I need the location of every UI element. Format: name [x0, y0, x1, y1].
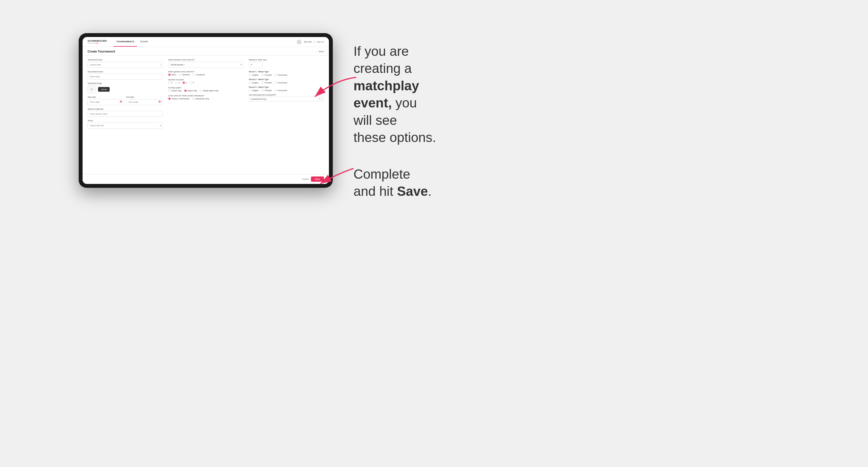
annotation-arrow-top	[293, 74, 359, 108]
radio-r1-circle	[168, 82, 171, 84]
division-select-wrapper: ▾	[168, 62, 243, 68]
r2-singles-label: Singles	[252, 82, 258, 84]
nav-separator: |	[314, 41, 315, 43]
rounds-group: Number of rounds 1 2	[168, 79, 243, 84]
teams-option[interactable]: Teams (+Individuals)	[168, 97, 189, 100]
form-container: Create Tournament ← Back Tournament Host…	[83, 47, 329, 184]
scoring-match-play[interactable]: Match Play	[184, 90, 197, 92]
tournament-host-wrapper: ▾	[88, 62, 163, 68]
radio-medal-circle	[200, 90, 202, 92]
start-date-label: Start date	[88, 96, 124, 98]
gender-combined[interactable]: Combined	[193, 73, 205, 76]
r3-singles[interactable]: Singles	[249, 89, 258, 92]
annotation-top: If you are creating a matchplay event, y…	[353, 43, 497, 146]
gender-radio-group: Mens Womens Combined	[168, 73, 243, 76]
annotation-top-line4: will see	[353, 113, 397, 128]
avatar	[297, 39, 302, 44]
sign-out-link[interactable]: Sign out	[317, 41, 324, 43]
r1-fourball[interactable]: Fourball	[261, 74, 272, 76]
nav-links: TOURNAMENTS TEAMS	[114, 37, 151, 47]
r1-foursomes[interactable]: Foursomes	[274, 74, 287, 76]
tablet-screen: SCOREBOARD Powered by clippt TOURNAMENTS…	[83, 37, 329, 184]
back-link[interactable]: ← Back	[316, 50, 324, 53]
round-4[interactable]: 4	[190, 82, 194, 84]
r1-singles[interactable]: Singles	[249, 74, 258, 76]
venue-group: Venue ▾	[88, 120, 163, 129]
r1-fourball-circle	[261, 74, 264, 76]
sponsor-group: Sponsor (optional)	[88, 108, 163, 117]
gender-combined-label: Combined	[196, 74, 205, 76]
annotation-bottom: Complete and hit Save.	[353, 166, 486, 200]
tournament-name-label: Tournament name	[88, 71, 163, 73]
round-1[interactable]: 1	[168, 82, 173, 84]
r2-foursomes[interactable]: Foursomes	[274, 82, 287, 84]
nav-link-tournaments[interactable]: TOURNAMENTS	[114, 37, 137, 47]
r3-singles-label: Singles	[252, 90, 258, 91]
gender-mens[interactable]: Mens	[168, 73, 176, 76]
max-team-size-input[interactable]	[249, 62, 262, 68]
radio-mens-circle	[168, 73, 171, 76]
nav-link-teams[interactable]: TEAMS	[137, 37, 151, 47]
tournament-host-label: Tournament Host	[88, 59, 163, 61]
r1-foursomes-label: Foursomes	[278, 74, 287, 76]
r3-foursomes[interactable]: Foursomes	[274, 89, 287, 92]
middle-column: Which division is the event for? ▾ Which…	[168, 59, 243, 171]
logo-placeholder	[88, 85, 96, 93]
upload-button[interactable]: Upload	[98, 87, 110, 92]
tablet-frame: SCOREBOARD Powered by clippt TOURNAMENTS…	[79, 33, 333, 188]
gender-label: Which gender is the event for?	[168, 71, 243, 73]
r1-foursomes-circle	[274, 74, 277, 76]
individuals-option[interactable]: Individuals Only	[192, 97, 209, 100]
sponsor-input[interactable]	[88, 111, 163, 117]
annotation-bottom-line1: Complete	[353, 167, 410, 181]
tournament-name-input[interactable]	[88, 73, 163, 80]
logo-upload-area: Upload	[88, 85, 163, 93]
radio-r2-circle	[175, 82, 178, 84]
round-3[interactable]: 3	[183, 82, 187, 84]
r3-fourball[interactable]: Fourball	[261, 89, 272, 92]
rounds-label: Number of rounds	[168, 79, 243, 81]
venue-wrapper: ▾	[88, 122, 163, 129]
annotation-top-line3: you	[396, 96, 417, 110]
scoring-stroke-play[interactable]: Stroke Play	[168, 90, 181, 92]
start-date-group: Start date 📅	[88, 96, 124, 105]
gender-womens[interactable]: Womens	[179, 73, 190, 76]
form-body: Tournament Host ▾ Tournament name Tourna	[83, 56, 329, 174]
rounds-radio-group: 1 2 3	[168, 82, 243, 84]
sponsor-label: Sponsor (optional)	[88, 108, 163, 110]
r1-fourball-label: Fourball	[265, 74, 272, 76]
r2-foursomes-circle	[274, 82, 277, 84]
r2-singles[interactable]: Singles	[249, 82, 258, 84]
max-team-size-group: Maximum Team Size	[249, 59, 324, 68]
division-select[interactable]	[168, 62, 243, 68]
round-3-label: 3	[186, 82, 187, 84]
round-2-label: 2	[179, 82, 180, 84]
radio-match-circle	[184, 90, 187, 92]
tournament-name-group: Tournament name	[88, 71, 163, 80]
r1-singles-label: Singles	[252, 74, 258, 76]
radio-r3-circle	[183, 82, 185, 84]
start-date-input[interactable]	[88, 99, 124, 105]
scoring-medal-match[interactable]: Medal Match Play	[200, 90, 218, 92]
r2-fourball[interactable]: Fourball	[261, 82, 272, 84]
teams-option-label: Teams (+Individuals)	[172, 98, 189, 100]
venue-label: Venue	[88, 120, 163, 122]
scoring-match-label: Match Play	[188, 90, 197, 92]
r3-fourball-circle	[261, 89, 264, 92]
scoring-label: Scoring system	[168, 87, 243, 89]
annotation-bottom-line2: and hit Save.	[353, 184, 432, 198]
calendar-icon-2: 📅	[158, 101, 161, 103]
tournament-logo-label: Tournament logo	[88, 82, 163, 84]
annotation-top-line5: these options.	[353, 130, 436, 145]
user-name: Test User	[304, 41, 312, 43]
end-date-wrapper: 📅	[126, 99, 163, 105]
end-date-input[interactable]	[126, 99, 163, 105]
division-group: Which division is the event for? ▾	[168, 59, 243, 68]
date-group: Start date 📅 End date	[88, 96, 163, 105]
venue-input[interactable]	[88, 123, 163, 129]
start-date-wrapper: 📅	[88, 99, 124, 105]
r1-singles-circle	[249, 74, 251, 76]
main-content: Create Tournament ← Back Tournament Host…	[83, 47, 329, 184]
round-2[interactable]: 2	[175, 82, 180, 84]
tournament-host-input[interactable]	[88, 62, 163, 68]
